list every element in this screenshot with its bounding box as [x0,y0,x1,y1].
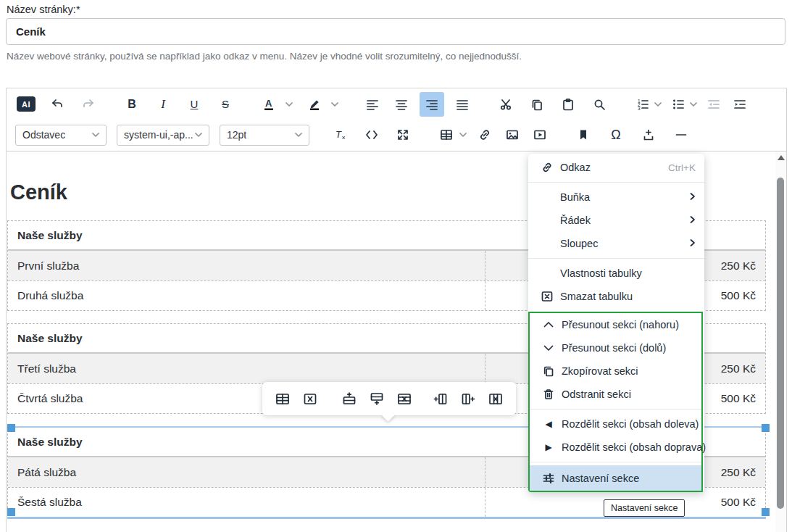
ai-button[interactable]: AI [15,93,37,115]
text-color-button[interactable]: A [258,93,280,115]
page-name-input[interactable] [6,18,785,45]
italic-button[interactable]: I [152,93,174,115]
svg-text:×: × [342,134,346,141]
link-icon [540,160,554,175]
menu-item-move-section-down[interactable]: Přesunout sekci (dolů) [530,336,701,359]
menu-item-split-section-left[interactable]: ◀ Rozdělit sekci (obsah doleva) [530,412,701,436]
redo-icon[interactable] [78,93,99,115]
menu-divider [530,409,701,410]
insert-column-before-icon[interactable] [432,390,449,407]
menu-item-cell[interactable]: Buňka [528,186,704,209]
table-context-menu: Odkaz Ctrl+K Buňka Řádek Sloupec Vlastno… [528,154,704,492]
media-icon[interactable] [529,124,551,146]
anchor-bookmark-icon[interactable] [572,124,594,146]
insert-row-below-icon[interactable] [368,390,385,407]
editor-scrollbar[interactable] [775,151,786,532]
menu-item-column[interactable]: Sloupec [528,232,704,255]
font-size-select[interactable]: 12pt [220,125,309,146]
highlight-color-chevron-icon[interactable] [330,93,340,115]
fullscreen-icon[interactable] [392,124,414,146]
insert-template-icon[interactable] [638,124,659,146]
delete-column-icon[interactable] [487,390,504,407]
table-resize-handle-bottom-left[interactable] [7,508,15,516]
svg-text:A: A [265,98,272,109]
toolbar-row-1: AI B I U S A [7,88,786,120]
triangle-left-icon: ◀ [541,417,556,431]
copy-icon [541,364,556,378]
underline-button[interactable]: U [183,93,205,115]
menu-item-row[interactable]: Řádek [528,209,704,232]
strikethrough-button[interactable]: S [214,93,236,115]
floating-table-toolbar [262,382,516,415]
paragraph-style-select[interactable]: Odstavec [15,125,107,146]
page-name-helper: Název webové stránky, používá se napříkl… [7,51,522,62]
paste-icon[interactable] [557,93,579,115]
submenu-chevron-icon [690,238,696,249]
menu-item-copy-section[interactable]: Zkopírovat sekci [530,359,701,383]
triangle-right-icon: ▶ [541,440,556,454]
submenu-chevron-icon [690,215,696,226]
menu-item-move-section-up[interactable]: Přesunout sekci (nahoru) [530,313,701,336]
menu-divider [530,462,701,462]
delete-table-icon[interactable] [301,390,319,407]
bold-button[interactable]: B [121,93,143,115]
outdent-icon[interactable] [703,93,725,115]
image-icon[interactable] [501,124,523,146]
source-code-icon[interactable] [361,124,383,146]
undo-icon[interactable] [46,93,68,115]
delete-table-icon [540,289,554,304]
clear-formatting-icon[interactable]: T× [330,124,351,146]
cut-icon[interactable] [495,93,517,115]
trash-icon [541,387,556,402]
align-center-icon[interactable] [391,93,412,115]
page-name-label: Název stránky:* [7,4,80,15]
copy-icon[interactable] [526,93,548,115]
indent-icon[interactable] [729,93,751,115]
table-properties-icon[interactable] [274,390,291,407]
table-chevron-icon[interactable] [458,124,468,146]
ordered-list-chevron-icon[interactable] [653,93,663,115]
align-left-icon[interactable] [362,93,383,115]
text-color-chevron-icon[interactable] [284,93,294,115]
menu-item-split-section-right[interactable]: ▶ Rozdělit sekci (obsah doprava) [530,436,701,459]
menu-divider [528,258,704,259]
section-settings-tooltip: Nastavení sekce [604,499,685,517]
bullet-list-chevron-icon[interactable] [688,93,699,115]
toolbar-row-2: Odstavec system-ui,-ap... 12pt T× [7,120,786,150]
menu-divider [528,182,704,183]
ordered-list-icon[interactable]: 123 [632,93,654,115]
menu-item-table-properties[interactable]: Vlastnosti tabulky [528,262,704,285]
menu-item-delete-table[interactable]: Smazat tabulku [528,285,704,308]
special-character-icon[interactable]: Ω [605,124,627,146]
scrollbar-up-arrow-icon[interactable] [778,155,785,160]
bullet-list-icon[interactable] [667,93,689,115]
svg-text:3: 3 [638,105,641,110]
section-menu-group: Přesunout sekci (nahoru) Přesunout sekci… [528,312,703,492]
delete-row-icon[interactable] [396,390,413,407]
search-icon[interactable] [588,93,610,115]
highlight-color-button[interactable] [304,93,325,115]
submenu-chevron-icon [690,191,696,203]
table-icon[interactable] [435,124,457,146]
chevron-down-icon [541,341,556,355]
scrollbar-thumb[interactable] [777,178,784,509]
table-resize-handle-top-left[interactable] [7,424,15,432]
insert-row-above-icon[interactable] [341,390,358,407]
menu-item-section-settings[interactable]: Nastavení sekce [530,465,701,491]
align-right-icon[interactable] [420,92,444,117]
align-justify-icon[interactable] [451,93,473,115]
insert-column-after-icon[interactable] [459,390,477,407]
chevron-up-icon [541,317,556,332]
font-family-select[interactable]: system-ui,-ap... [117,125,209,146]
horizontal-rule-icon[interactable] [670,124,692,146]
link-icon[interactable] [474,124,496,146]
menu-item-link[interactable]: Odkaz Ctrl+K [528,156,704,179]
menu-item-delete-section[interactable]: Odstranit sekci [530,383,701,406]
sliders-icon [541,471,556,486]
table-resize-handle-top-right[interactable] [762,424,770,432]
table-resize-handle-bottom-right[interactable] [762,508,770,516]
